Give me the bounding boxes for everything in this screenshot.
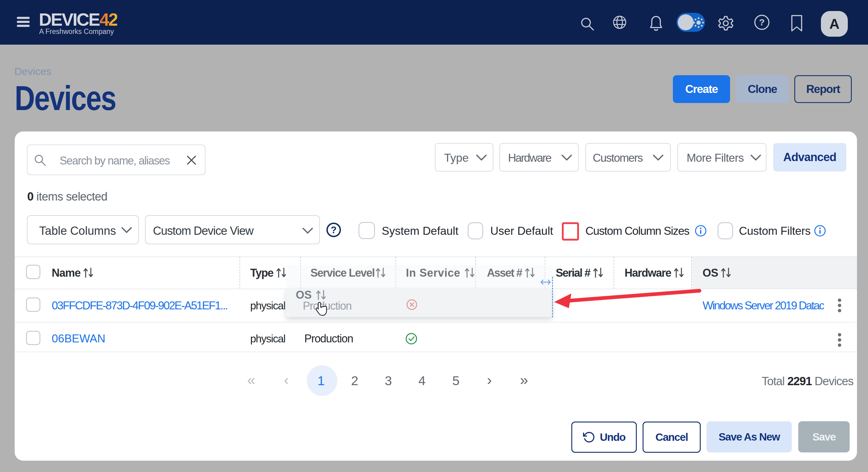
svg-text:?: ? (759, 17, 765, 27)
svg-text:?: ? (331, 225, 337, 235)
